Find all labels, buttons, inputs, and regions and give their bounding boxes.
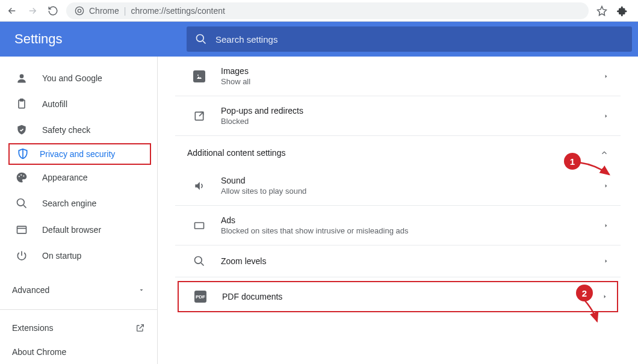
sidebar-label: Appearance [42, 173, 88, 182]
arrow-right-icon [27, 5, 38, 16]
row-subtitle: Blocked on sites that show intrusive or … [221, 226, 604, 235]
zoom-icon [187, 255, 211, 267]
search-settings[interactable] [187, 26, 632, 52]
annotation-badge-2: 2 [576, 285, 593, 301]
sidebar-item-you-and-google[interactable]: You and Google [0, 65, 157, 91]
search-input[interactable] [215, 34, 624, 45]
address-bar[interactable]: Chrome | chrome://settings/content [66, 2, 589, 19]
svg-rect-13 [195, 223, 204, 229]
svg-point-0 [75, 7, 83, 14]
highlight-privacy: Privacy and security [8, 143, 151, 165]
content-main: Images Show all Pop-ups and redirects Bl… [158, 57, 638, 364]
about-label: About Chrome [12, 347, 66, 357]
row-subtitle: Show all [221, 77, 604, 86]
ads-icon [187, 220, 211, 232]
chevron-up-icon [600, 149, 609, 157]
popup-icon [187, 110, 211, 122]
puzzle-icon [617, 5, 628, 16]
row-title: Sound [221, 176, 604, 185]
svg-point-14 [195, 257, 202, 264]
pdf-icon: PDF [194, 291, 206, 303]
browser-icon [16, 224, 28, 236]
content-row-zoom[interactable]: Zoom levels [175, 245, 621, 277]
shield-check-icon [16, 124, 28, 136]
forward-button[interactable] [25, 4, 40, 18]
row-subtitle: Allow sites to play sound [221, 187, 604, 196]
chevron-right-icon [604, 258, 609, 265]
sidebar-label: Search engine [42, 199, 96, 208]
person-icon [16, 72, 28, 84]
sidebar-item-search-engine[interactable]: Search engine [0, 191, 157, 217]
content-row-ads[interactable]: Ads Blocked on sites that show intrusive… [175, 206, 621, 245]
content-row-images[interactable]: Images Show all [175, 57, 621, 96]
app-label: Chrome [89, 6, 119, 16]
arrow-left-icon [7, 5, 17, 16]
content-row-sound[interactable]: Sound Allow sites to play sound [175, 166, 621, 206]
back-button[interactable] [5, 4, 19, 18]
content-row-pdf[interactable]: PDF PDF documents [179, 282, 617, 311]
settings-header: Settings [0, 22, 638, 57]
star-icon [596, 5, 607, 16]
row-title: Zoom levels [221, 256, 604, 266]
row-title: Images [221, 66, 604, 76]
search-icon [16, 197, 28, 209]
content-row-popups[interactable]: Pop-ups and redirects Blocked [175, 96, 621, 136]
advanced-label: Advanced [12, 285, 49, 295]
reload-icon [48, 5, 58, 16]
annotation-arrow-2 [579, 298, 603, 325]
sound-icon [187, 180, 211, 192]
palette-icon [16, 171, 28, 184]
divider [0, 309, 157, 310]
chevron-right-icon [604, 73, 609, 80]
svg-point-9 [17, 199, 25, 206]
svg-point-8 [23, 176, 24, 177]
svg-rect-10 [17, 226, 26, 233]
svg-point-7 [20, 174, 22, 176]
reload-button[interactable] [46, 4, 60, 18]
svg-rect-5 [20, 99, 23, 100]
row-subtitle: Blocked [221, 117, 604, 126]
chevron-right-icon [604, 113, 609, 120]
svg-point-3 [20, 74, 24, 78]
url-text: chrome://settings/content [131, 6, 225, 16]
sidebar-item-privacy-security[interactable]: Privacy and security [13, 148, 115, 160]
bookmark-button[interactable] [595, 4, 609, 18]
sidebar-item-autofill[interactable]: Autofill [0, 91, 157, 117]
clipboard-icon [16, 98, 28, 110]
highlight-pdf: PDF PDF documents [178, 281, 618, 312]
row-title: Ads [221, 215, 604, 225]
svg-point-1 [78, 9, 81, 12]
sidebar-item-advanced[interactable]: Advanced [0, 277, 157, 303]
shield-icon [17, 148, 29, 160]
settings-sidebar: You and Google Autofill Safety check Pri… [0, 57, 158, 364]
extensions-label: Extensions [12, 323, 53, 333]
annotation-badge-1: 1 [564, 153, 581, 170]
sidebar-label: Default browser [42, 225, 101, 235]
section-header-additional[interactable]: Additional content settings [175, 136, 621, 166]
row-title: Pop-ups and redirects [221, 106, 604, 116]
sidebar-item-appearance[interactable]: Appearance [0, 165, 157, 191]
sidebar-label: On startup [42, 251, 81, 261]
image-icon [193, 70, 205, 82]
svg-point-11 [197, 75, 199, 76]
sidebar-label: Privacy and security [40, 149, 115, 159]
sidebar-label: You and Google [42, 73, 102, 83]
power-icon [16, 250, 28, 262]
sidebar-item-about[interactable]: About Chrome [0, 340, 157, 364]
sidebar-item-safety-check[interactable]: Safety check [0, 117, 157, 143]
section-header-label: Additional content settings [187, 148, 285, 158]
chevron-right-icon [602, 293, 607, 300]
separator: | [124, 6, 126, 16]
svg-point-2 [197, 35, 204, 42]
page-title: Settings [0, 31, 187, 47]
external-link-icon [135, 323, 145, 333]
sidebar-item-on-startup[interactable]: On startup [0, 242, 157, 268]
annotation-arrow-1 [578, 159, 614, 179]
svg-point-6 [19, 176, 20, 177]
extensions-button[interactable] [615, 4, 630, 18]
row-title: PDF documents [222, 292, 602, 301]
sidebar-item-extensions[interactable]: Extensions [0, 316, 157, 340]
sidebar-item-default-browser[interactable]: Default browser [0, 217, 157, 242]
search-icon [195, 33, 207, 45]
sidebar-label: Autofill [42, 99, 67, 109]
